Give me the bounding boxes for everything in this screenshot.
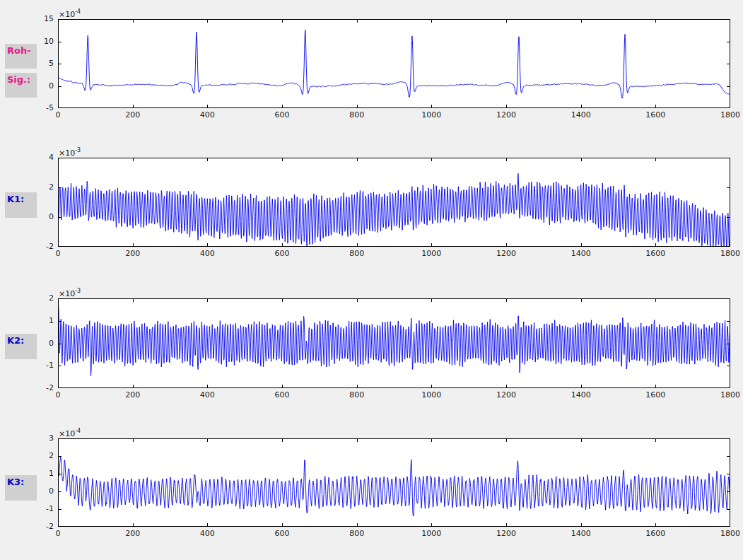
panel-label-text: K3: [7,477,24,487]
y-tick-label: 15 [28,14,54,23]
x-tick-label: 1800 [713,529,743,538]
x-tick-label: 200 [115,249,151,258]
x-tick-label: 400 [189,249,225,258]
y-tick-label: 3 [28,433,54,443]
y-tick-label: 0 [28,486,54,496]
subplot-k3 [58,438,730,527]
panel-label-text: K2: [7,335,24,346]
axis-exponent-label: ×10-3 [59,286,81,298]
axis-ticks [58,438,730,527]
axis-exponent-label: ×10-4 [59,426,81,438]
axis-ticks [58,19,730,108]
x-tick-label: 800 [339,390,375,399]
x-tick-label: 0 [40,390,76,399]
x-tick-label: 1200 [488,110,524,119]
axes-frame [59,299,730,388]
x-tick-label: 400 [189,529,225,538]
y-tick-label: 2 [28,182,54,192]
x-tick-label: 1000 [414,249,449,258]
x-tick-label: 1200 [488,390,524,399]
signal-trace [58,305,730,376]
x-tick-label: 1800 [713,390,743,399]
x-tick-label: 1000 [414,529,449,538]
x-tick-label: 800 [339,110,375,119]
x-tick-label: 1600 [638,249,673,258]
x-tick-label: 600 [264,249,300,258]
x-tick-label: 1600 [638,390,673,399]
signal-plot [58,298,730,388]
y-tick-label: 2 [28,293,54,303]
y-tick-label: 10 [28,37,54,46]
signal-trace [58,30,730,98]
x-tick-label: 1200 [488,249,524,258]
subplot-k2 [58,298,730,388]
y-tick-label: -1 [28,361,54,370]
x-tick-label: 400 [189,390,225,399]
x-tick-label: 600 [264,529,300,538]
x-tick-label: 600 [264,390,300,399]
x-tick-label: 1600 [638,529,673,538]
x-tick-label: 800 [339,529,375,538]
x-tick-label: 1800 [713,110,743,119]
signal-trace [58,456,730,516]
axis-exponent-label: ×10-3 [59,146,81,158]
x-tick-label: 200 [115,529,151,538]
x-tick-label: 1000 [414,390,449,399]
y-tick-label: 1 [28,316,54,325]
y-tick-label: 2 [28,451,54,460]
y-tick-label: 0 [28,81,54,91]
axis-exponent-label: ×10-4 [59,7,81,19]
y-tick-label: 4 [28,153,54,162]
panel-label-text: K1: [7,194,24,204]
y-tick-label: 5 [28,59,54,68]
axis-ticks [58,298,730,388]
x-tick-label: 1400 [563,390,599,399]
x-tick-label: 0 [40,249,76,258]
y-tick-label: 1 [28,469,54,478]
x-tick-label: 1800 [713,249,743,258]
signal-plot [58,438,730,527]
y-tick-label: 0 [28,212,54,221]
x-tick-label: 1200 [488,529,524,538]
signal-plot [58,158,730,247]
x-tick-label: 1400 [563,249,599,258]
figure-window: Roh- Sig.: K1: K2: K3: -5051015020040060… [0,0,743,560]
signal-trace [58,173,730,247]
y-tick-label: -1 [28,504,54,513]
x-tick-label: 200 [115,390,151,399]
x-tick-label: 800 [339,249,375,258]
x-tick-label: 400 [189,110,225,119]
x-tick-label: 1400 [563,110,599,119]
y-tick-label: 0 [28,339,54,348]
panel-label-text: Sig.: [7,74,30,85]
x-tick-label: 1000 [414,110,449,119]
x-tick-label: 1400 [563,529,599,538]
signal-plot [58,19,730,108]
x-tick-label: 0 [40,529,76,538]
x-tick-label: 600 [264,110,300,119]
subplot-k1 [58,158,730,247]
x-tick-label: 200 [115,110,151,119]
x-tick-label: 1600 [638,110,673,119]
axes-frame [59,20,730,108]
subplot-raw-signal [58,19,730,108]
x-tick-label: 0 [40,110,76,119]
panel-label-text: Roh- [7,45,31,56]
